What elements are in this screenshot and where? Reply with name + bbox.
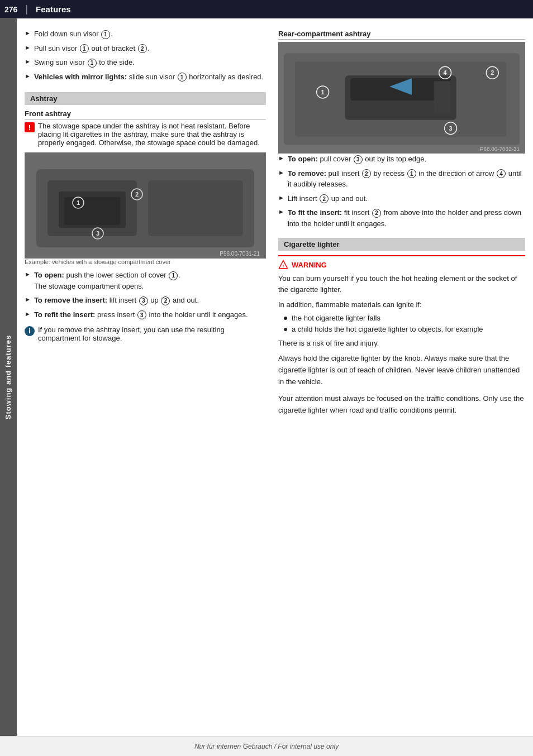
circle-1c: 1	[88, 59, 97, 68]
circle-1b: 1	[80, 44, 89, 53]
flammable-text-2: a child holds the hot cigarette lighter …	[292, 325, 483, 333]
info-notice: i If you remove the ashtray insert, you …	[25, 326, 266, 342]
front-ashtray-caption: Example: vehicles with a stowage compart…	[25, 259, 266, 265]
bullet-pull-visor: ► Pull sun visor 1 out of bracket 2.	[25, 43, 266, 54]
page-title: Features	[36, 4, 71, 14]
bullet-swing-visor: ► Swing sun visor 1 to the side.	[25, 57, 266, 68]
rear-ashtray-image: 2 4 3 1 P68.00-7032-31	[278, 42, 525, 154]
bullet-text-fold: Fold down sun visor 1.	[34, 28, 113, 40]
text-fit: To fit the insert: fit insert 2 from abo…	[288, 207, 525, 229]
arrow-icon: ►	[25, 30, 31, 36]
warning-triangle-icon: !	[278, 260, 288, 270]
bullet-to-remove-insert: ► To remove the insert: lift insert 3 up…	[25, 295, 266, 306]
flammable-text-1: the hot cigarette lighter falls	[292, 314, 380, 322]
risk-text: There is a risk of fire and injury.	[278, 338, 525, 349]
cigarette-para2: Your attention must always be focused on…	[278, 393, 525, 417]
arrow-rear-remove: ►	[278, 169, 284, 176]
arrow-icon-4: ►	[25, 73, 31, 79]
bullet-to-open: ► To open: push the lower section of cov…	[25, 270, 266, 291]
exclamation-notice: ! The stowage space under the ashtray is…	[25, 122, 266, 147]
text-rear-remove: To remove: pull insert 2 by recess 1 in …	[288, 168, 525, 190]
warning-header: ! WARNING	[278, 260, 525, 270]
warning-text: You can burn yourself if you touch the h…	[278, 273, 525, 295]
bullet-text-mirror: Vehicles with mirror lights: slide sun v…	[34, 71, 263, 83]
arrow-rear-open: ►	[278, 155, 284, 161]
svg-text:4: 4	[444, 69, 448, 76]
flammable-bullet-1: the hot cigarette lighter falls	[284, 314, 525, 322]
arrow-lift: ►	[278, 194, 284, 201]
cigarette-para1: Always hold the cigarette lighter by the…	[278, 353, 525, 387]
dot-icon-2	[284, 328, 287, 331]
svg-text:!: !	[283, 264, 284, 269]
text-lift: Lift insert 2 up and out.	[288, 193, 368, 204]
dot-icon-1	[284, 317, 287, 320]
arrow-icon-open: ►	[25, 271, 31, 277]
circle-3c: 3	[354, 155, 363, 164]
front-ashtray-bullets: ► To open: push the lower section of cov…	[25, 270, 266, 320]
bullet-to-refit: ► To refit the insert: press insert 3 in…	[25, 309, 266, 320]
svg-text:3: 3	[96, 230, 99, 237]
circle-1: 1	[101, 30, 110, 39]
svg-rect-19	[434, 81, 451, 114]
cigarette-lighter-section-heading: Cigarette lighter	[278, 238, 525, 251]
front-ashtray-heading: Front ashtray	[25, 109, 266, 119]
arrow-icon-2: ►	[25, 44, 31, 51]
circle-2e: 2	[372, 209, 381, 218]
page-footer: Nur für internen Gebrauch / For internal…	[0, 736, 533, 756]
page-number: 276	[4, 5, 17, 14]
rear-compartment-bullets: ► To open: pull cover 3 out by its top e…	[278, 154, 525, 229]
warning-box: ! WARNING You can burn yourself if you t…	[278, 255, 525, 348]
circle-3b: 3	[137, 310, 146, 319]
arrow-icon-remove: ►	[25, 296, 31, 303]
svg-text:2: 2	[135, 191, 139, 198]
header-divider: |	[25, 3, 28, 15]
svg-text:2: 2	[491, 69, 494, 76]
info-icon: i	[25, 326, 35, 336]
bullet-text-open: To open: push the lower section of cover…	[34, 270, 180, 291]
bullet-rear-remove: ► To remove: pull insert 2 by recess 1 i…	[278, 168, 525, 190]
svg-text:P58.00-7031-21: P58.00-7031-21	[220, 251, 260, 257]
bullet-text-remove: To remove the insert: lift insert 3 up 2…	[34, 295, 199, 306]
circle-2c: 2	[362, 169, 371, 178]
right-column: Rear-compartment ashtray 2 4	[274, 24, 533, 421]
front-ashtray-svg: 1 2 3 P58.00-7031-21	[25, 152, 266, 259]
rear-ashtray-svg: 2 4 3 1 P68.00-7032-31	[278, 42, 525, 154]
bullet-mirror-lights: ► Vehicles with mirror lights: slide sun…	[25, 71, 266, 83]
circle-3a: 3	[139, 296, 148, 305]
bullet-fit-insert: ► To fit the insert: fit insert 2 from a…	[278, 207, 525, 229]
svg-rect-3	[148, 180, 243, 236]
ashtray-section-heading: Ashtray	[25, 92, 266, 105]
main-content: ► Fold down sun visor 1. ► Pull sun viso…	[17, 18, 533, 443]
flammable-intro: In addition, flammable materials can ign…	[278, 299, 525, 310]
flammable-bullet-2: a child holds the hot cigarette lighter …	[284, 325, 525, 333]
bullet-fold-down: ► Fold down sun visor 1.	[25, 28, 266, 40]
bullet-text-pull: Pull sun visor 1 out of bracket 2.	[34, 43, 150, 54]
circle-1d: 1	[178, 73, 187, 82]
footer-text: Nur für internen Gebrauch / For internal…	[194, 743, 339, 750]
bullet-text-refit: To refit the insert: press insert 3 into…	[34, 309, 248, 320]
exclamation-text: The stowage space under the ashtray is n…	[38, 122, 266, 147]
bullet-lift-insert: ► Lift insert 2 up and out.	[278, 193, 525, 204]
svg-text:1: 1	[321, 89, 325, 95]
circle-2d: 2	[320, 194, 329, 203]
rear-compartment-heading: Rear-compartment ashtray	[278, 30, 525, 40]
bullet-text-swing: Swing sun visor 1 to the side.	[34, 57, 135, 68]
arrow-icon-refit: ►	[25, 310, 31, 317]
page-header: 276 | Features	[0, 0, 533, 18]
bullet-rear-open: ► To open: pull cover 3 out by its top e…	[278, 154, 525, 165]
exclamation-icon: !	[25, 122, 35, 132]
circle-4a: 4	[497, 169, 506, 178]
arrow-fit: ►	[278, 208, 284, 215]
sidebar-label: Stowing and features	[4, 334, 13, 419]
circle-1f: 1	[407, 169, 416, 178]
arrow-icon-3: ►	[25, 58, 31, 65]
svg-text:P68.00-7032-31: P68.00-7032-31	[480, 146, 520, 152]
circle-2a: 2	[138, 44, 147, 53]
info-text: If you remove the ashtray insert, you ca…	[38, 326, 266, 342]
text-rear-open: To open: pull cover 3 out by its top edg…	[288, 154, 426, 165]
svg-text:1: 1	[77, 199, 80, 206]
circle-2b: 2	[161, 296, 170, 305]
circle-1e: 1	[169, 271, 178, 280]
sidebar: Stowing and features	[0, 18, 17, 736]
left-column: ► Fold down sun visor 1. ► Pull sun viso…	[17, 24, 274, 421]
